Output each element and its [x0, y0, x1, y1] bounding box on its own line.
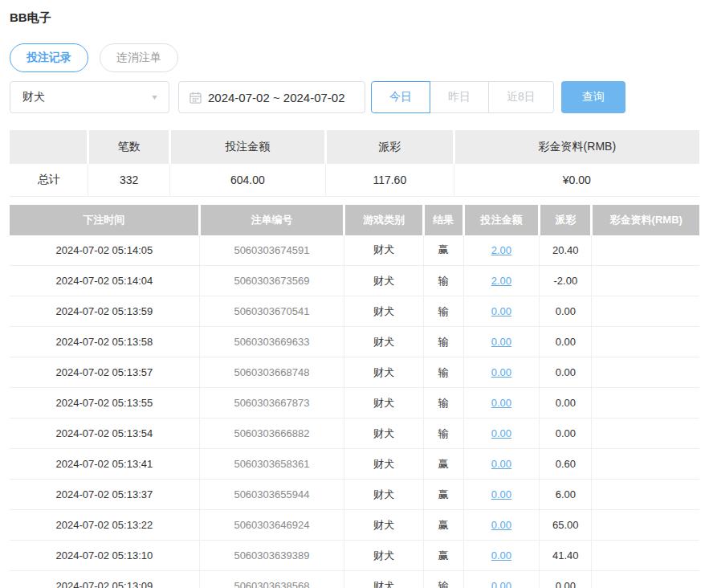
payout-cell: 6.00 — [540, 480, 592, 510]
result-cell: 输 — [423, 419, 463, 449]
records-header-game: 游戏类别 — [344, 205, 424, 235]
bet-amount-link[interactable]: 0.00 — [491, 519, 511, 531]
bet-time-cell: 2024-07-02 05:14:05 — [10, 235, 199, 266]
summary-header-bonus: 彩金资料(RMB) — [454, 130, 699, 164]
payout-cell: 0.00 — [540, 571, 592, 588]
bet-amount-link[interactable]: 0.00 — [491, 336, 511, 348]
summary-total-count: 332 — [88, 164, 169, 196]
bonus-cell — [592, 235, 699, 266]
bet-amount-link[interactable]: 0.00 — [491, 488, 511, 500]
records-header-time: 下注时间 — [10, 205, 199, 235]
payout-cell: 41.40 — [540, 541, 592, 571]
game-type-cell: 财犬 — [344, 327, 424, 357]
main-content: BB电子 投注记录 连消注单 财犬 ▼ 2024-07- — [0, 0, 699, 588]
record-row: 2024-07-02 05:13:595060303670541财犬输0.000… — [10, 296, 699, 327]
order-no-cell: 5060303646924 — [199, 510, 344, 541]
bet-time-cell: 2024-07-02 05:13:54 — [10, 419, 199, 449]
payout-cell: 0.00 — [540, 388, 592, 419]
caret-down-icon: ▼ — [150, 93, 159, 101]
tab-cancelled-orders[interactable]: 连消注单 — [100, 43, 178, 72]
payout-cell: 0.00 — [540, 296, 592, 327]
records-header-order-no: 注单编号 — [199, 205, 344, 235]
quick-yesterday-label: 昨日 — [448, 90, 471, 104]
game-type-cell: 财犬 — [344, 235, 424, 266]
bet-amount-cell: 0.00 — [463, 327, 539, 357]
bet-time-cell: 2024-07-02 05:13:09 — [10, 571, 199, 588]
record-row: 2024-07-02 05:13:375060303655944财犬赢0.006… — [10, 480, 699, 510]
quick-last8days-label: 近8日 — [507, 90, 536, 104]
bonus-cell — [592, 296, 699, 327]
tab-bet-records[interactable]: 投注记录 — [10, 43, 88, 72]
bonus-cell — [592, 388, 699, 419]
summary-total-label: 总计 — [10, 164, 88, 196]
payout-cell: 0.00 — [540, 357, 592, 388]
bet-amount-cell: 0.00 — [463, 510, 539, 541]
tab-bar: 投注记录 连消注单 — [10, 43, 699, 72]
date-range-value: 2024-07-02 ~ 2024-07-02 — [208, 91, 345, 104]
bet-amount-cell: 2.00 — [463, 266, 539, 296]
bet-amount-link[interactable]: 0.00 — [491, 549, 511, 561]
payout-cell: 65.00 — [540, 510, 592, 541]
bet-amount-cell: 0.00 — [463, 449, 539, 480]
bet-amount-link[interactable]: 2.00 — [491, 244, 511, 256]
bet-time-cell: 2024-07-02 05:13:58 — [10, 327, 199, 357]
record-row: 2024-07-02 05:13:225060303646924财犬赢0.006… — [10, 510, 699, 541]
record-row: 2024-07-02 05:14:045060303673569财犬输2.00-… — [10, 266, 699, 296]
bet-amount-cell: 0.00 — [463, 357, 539, 388]
bet-time-cell: 2024-07-02 05:13:41 — [10, 449, 199, 480]
records-tbody: 2024-07-02 05:14:055060303674591财犬赢2.002… — [10, 235, 699, 588]
bet-amount-cell: 2.00 — [463, 235, 539, 266]
calendar-icon — [189, 92, 202, 104]
order-no-cell: 5060303669633 — [199, 327, 344, 357]
quick-today-label: 今日 — [389, 90, 412, 104]
bet-time-cell: 2024-07-02 05:13:55 — [10, 388, 199, 419]
result-cell: 输 — [423, 296, 463, 327]
summary-header-count: 笔数 — [88, 130, 169, 164]
bet-amount-link[interactable]: 0.00 — [491, 458, 511, 470]
bonus-cell — [592, 266, 699, 296]
records-header-payout: 派彩 — [540, 205, 592, 235]
bonus-cell — [592, 571, 699, 588]
game-type-cell: 财犬 — [344, 541, 424, 571]
bonus-cell — [592, 541, 699, 571]
result-cell: 赢 — [423, 235, 463, 266]
payout-cell: 20.40 — [540, 235, 592, 266]
summary-total-row: 总计 332 604.00 117.60 ¥0.00 — [10, 164, 699, 196]
bonus-cell — [592, 449, 699, 480]
bet-amount-link[interactable]: 0.00 — [491, 366, 511, 378]
result-cell: 输 — [423, 327, 463, 357]
record-row: 2024-07-02 05:14:055060303674591财犬赢2.002… — [10, 235, 699, 266]
bonus-cell — [592, 510, 699, 541]
quick-yesterday-button[interactable]: 昨日 — [430, 81, 489, 113]
summary-table: 笔数 投注金额 派彩 彩金资料(RMB) 总计 332 604.00 117.6… — [10, 130, 699, 197]
payout-cell: 0.00 — [540, 327, 592, 357]
game-type-cell: 财犬 — [344, 266, 424, 296]
result-cell: 输 — [423, 357, 463, 388]
bet-amount-link[interactable]: 0.00 — [491, 427, 511, 439]
summary-header-row: 笔数 投注金额 派彩 彩金资料(RMB) — [10, 130, 699, 164]
result-cell: 赢 — [423, 510, 463, 541]
game-select-value: 财犬 — [22, 90, 45, 104]
bet-amount-cell: 0.00 — [463, 541, 539, 571]
bet-amount-link[interactable]: 0.00 — [491, 580, 511, 588]
bonus-cell — [592, 327, 699, 357]
summary-total-bonus: ¥0.00 — [454, 164, 699, 196]
game-type-cell: 财犬 — [344, 419, 424, 449]
summary-total-payout: 117.60 — [325, 164, 454, 196]
quick-today-button[interactable]: 今日 — [371, 81, 430, 113]
search-button[interactable]: 查询 — [561, 81, 625, 113]
game-select[interactable]: 财犬 ▼ — [10, 81, 169, 113]
bet-time-cell: 2024-07-02 05:13:22 — [10, 510, 199, 541]
bet-amount-cell: 0.00 — [463, 480, 539, 510]
bet-amount-link[interactable]: 0.00 — [491, 305, 511, 317]
order-no-cell: 5060303639389 — [199, 541, 344, 571]
game-type-cell: 财犬 — [344, 296, 424, 327]
result-cell: 输 — [423, 388, 463, 419]
game-type-cell: 财犬 — [344, 571, 424, 588]
bet-amount-cell: 0.00 — [463, 419, 539, 449]
bet-amount-link[interactable]: 0.00 — [491, 397, 511, 409]
quick-last8days-button[interactable]: 近8日 — [488, 81, 554, 113]
date-range-input[interactable]: 2024-07-02 ~ 2024-07-02 — [178, 81, 365, 113]
bet-amount-link[interactable]: 2.00 — [491, 275, 511, 287]
result-cell: 输 — [423, 266, 463, 296]
